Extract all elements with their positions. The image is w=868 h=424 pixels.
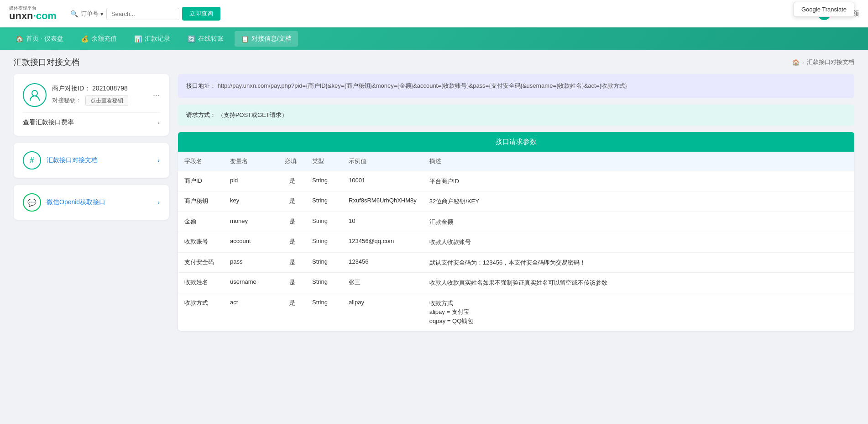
logo-bottom-text: unxn·com xyxy=(9,11,57,21)
breadcrumb-current: 汇款接口对接文档 xyxy=(807,58,854,66)
cell-var-1: key xyxy=(224,191,278,212)
cell-desc-2: 汇款金额 xyxy=(423,212,854,232)
table-row: 收款账号 account 是 String 123456@qq.com 收款人收… xyxy=(178,232,854,253)
cell-type-0: String xyxy=(306,171,342,191)
breadcrumb-home-icon[interactable]: 🏠 xyxy=(792,59,800,66)
merchant-id-label: 商户对接ID： xyxy=(52,85,90,92)
cell-desc-6: 收款方式alipay = 支付宝qqpay = QQ钱包 xyxy=(423,293,854,331)
view-secret-button[interactable]: 点击查看秘钥 xyxy=(85,95,128,106)
cell-var-4: pass xyxy=(224,252,278,273)
search-button[interactable]: 立即查询 xyxy=(182,7,220,21)
request-method-box: 请求方式： （支持POST或GET请求） xyxy=(178,105,854,126)
table-row: 商户ID pid 是 String 10001 平台商户ID xyxy=(178,171,854,191)
search-dropdown[interactable]: 订单号 ▾ xyxy=(81,10,104,18)
cell-required-2: 是 xyxy=(278,212,306,232)
chevron-right-wechat-icon: › xyxy=(157,199,160,206)
cell-field-4: 支付安全码 xyxy=(178,252,224,273)
right-panel: 接口地址： http://pay.unxn.com/pay.php?pid={商… xyxy=(178,74,854,331)
cell-example-1: Rxuf8sRM6UrhQhXHM8y xyxy=(342,191,423,212)
params-table: 字段名 变量名 必填 类型 示例值 摘述 商户ID pid 是 String 1… xyxy=(178,152,854,331)
left-panel: 商户对接ID： 2021088798 对接秘钥： 点击查看秘钥 ··· 查看汇款… xyxy=(14,74,169,331)
cell-desc-1: 32位商户秘钥/KEY xyxy=(423,191,854,212)
nav-item-docs[interactable]: 📋 对接信息/文档 xyxy=(235,31,298,47)
nav-label-transfer: 在线转账 xyxy=(198,35,224,43)
table-row: 金额 money 是 String 10 汇款金额 xyxy=(178,212,854,232)
cell-example-3: 123456@qq.com xyxy=(342,232,423,253)
cell-var-3: account xyxy=(224,232,278,253)
nav-label-dashboard: 首页 · 仪表盘 xyxy=(26,35,63,43)
chevron-right-docs-icon: › xyxy=(157,157,160,164)
th-var: 变量名 xyxy=(224,152,278,171)
breadcrumb-separator: › xyxy=(802,59,804,66)
secret-row: 对接秘钥： 点击查看秘钥 xyxy=(52,95,153,106)
cell-required-3: 是 xyxy=(278,232,306,253)
cell-var-2: money xyxy=(224,212,278,232)
nav-item-recharge[interactable]: 💰 余额充值 xyxy=(74,31,123,47)
cell-field-0: 商户ID xyxy=(178,171,224,191)
cell-var-0: pid xyxy=(224,171,278,191)
cell-required-6: 是 xyxy=(278,293,306,331)
cell-type-2: String xyxy=(306,212,342,232)
cell-desc-4: 默认支付安全码为：123456，本支付安全码即为交易密码！ xyxy=(423,252,854,273)
cell-field-3: 收款账号 xyxy=(178,232,224,253)
cell-desc-5: 收款人收款真实姓名如果不强制验证真实姓名可以留空或不传该参数 xyxy=(423,273,854,293)
cell-var-6: act xyxy=(224,293,278,331)
nav: 🏠 首页 · 仪表盘 💰 余额充值 📊 汇款记录 🔄 在线转账 📋 对接信息/文… xyxy=(0,27,868,50)
merchant-details: 商户对接ID： 2021088798 对接秘钥： 点击查看秘钥 xyxy=(52,85,153,106)
table-row: 收款姓名 username 是 String 张三 收款人收款真实姓名如果不强制… xyxy=(178,273,854,293)
request-method-value: （支持POST或GET请求） xyxy=(218,111,288,118)
records-icon: 📊 xyxy=(134,35,142,42)
breadcrumb: 🏠 › 汇款接口对接文档 xyxy=(792,58,854,66)
cell-type-4: String xyxy=(306,252,342,273)
wechat-icon: 💬 xyxy=(23,193,41,212)
header: 媒体变现平台 unxn·com 🔍 订单号 ▾ 立即查询 ¥ 账户余额 Goog… xyxy=(0,0,868,27)
merchant-id-value: 2021088798 xyxy=(92,85,128,92)
cell-type-1: String xyxy=(306,191,342,212)
nav-item-transfer[interactable]: 🔄 在线转账 xyxy=(181,31,230,47)
rate-link[interactable]: 查看汇款接口费率 › xyxy=(23,112,160,127)
menu-card-left-wechat: 💬 微信Openid获取接口 xyxy=(23,193,105,212)
docs-icon: 📋 xyxy=(241,35,249,42)
chevron-down-icon: ▾ xyxy=(100,11,104,17)
th-type: 类型 xyxy=(306,152,342,171)
th-required: 必填 xyxy=(278,152,306,171)
nav-item-records[interactable]: 📊 汇款记录 xyxy=(128,31,177,47)
google-translate-popup: Google Translate xyxy=(794,2,854,17)
merchant-avatar xyxy=(23,83,47,107)
wechat-title: 微信Openid获取接口 xyxy=(47,198,105,207)
svg-point-0 xyxy=(32,90,37,96)
merchant-info: 商户对接ID： 2021088798 对接秘钥： 点击查看秘钥 ··· xyxy=(23,83,160,107)
home-icon: 🏠 xyxy=(16,35,23,42)
search-icon: 🔍 xyxy=(70,10,78,17)
menu-card-left-docs: # 汇款接口对接文档 xyxy=(23,151,98,170)
request-method-label: 请求方式： xyxy=(186,111,216,118)
search-dropdown-label: 订单号 xyxy=(81,10,99,18)
search-area: 🔍 订单号 ▾ 立即查询 xyxy=(70,7,220,21)
merchant-id-row: 商户对接ID： 2021088798 xyxy=(52,85,153,93)
table-row: 收款方式 act 是 String alipay 收款方式alipay = 支付… xyxy=(178,293,854,331)
cell-example-4: 123456 xyxy=(342,252,423,273)
recharge-icon: 💰 xyxy=(81,35,89,42)
merchant-card: 商户对接ID： 2021088798 对接秘钥： 点击查看秘钥 ··· 查看汇款… xyxy=(14,74,169,136)
main-content: 商户对接ID： 2021088798 对接秘钥： 点击查看秘钥 ··· 查看汇款… xyxy=(0,74,868,344)
more-icon[interactable]: ··· xyxy=(153,90,160,100)
cell-example-6: alipay xyxy=(342,293,423,331)
cell-field-5: 收款姓名 xyxy=(178,273,224,293)
cell-required-0: 是 xyxy=(278,171,306,191)
table-row: 支付安全码 pass 是 String 123456 默认支付安全码为：1234… xyxy=(178,252,854,273)
api-url-box: 接口地址： http://pay.unxn.com/pay.php?pid={商… xyxy=(178,74,854,98)
cell-desc-0: 平台商户ID xyxy=(423,171,854,191)
nav-item-dashboard[interactable]: 🏠 首页 · 仪表盘 xyxy=(9,31,70,47)
params-table-container: 接口请求参数 字段名 变量名 必填 类型 示例值 摘述 商户ID pid 是 xyxy=(178,132,854,331)
menu-card-wechat[interactable]: 💬 微信Openid获取接口 › xyxy=(14,185,169,220)
cell-example-5: 张三 xyxy=(342,273,423,293)
cell-required-5: 是 xyxy=(278,273,306,293)
secret-label: 对接秘钥： xyxy=(52,96,82,105)
cell-field-2: 金额 xyxy=(178,212,224,232)
menu-card-remittance-docs[interactable]: # 汇款接口对接文档 › xyxy=(14,143,169,178)
page-title: 汇款接口对接文档 xyxy=(14,57,79,68)
cell-field-1: 商户秘钥 xyxy=(178,191,224,212)
th-field: 字段名 xyxy=(178,152,224,171)
cell-var-5: username xyxy=(224,273,278,293)
search-input[interactable] xyxy=(106,8,179,20)
